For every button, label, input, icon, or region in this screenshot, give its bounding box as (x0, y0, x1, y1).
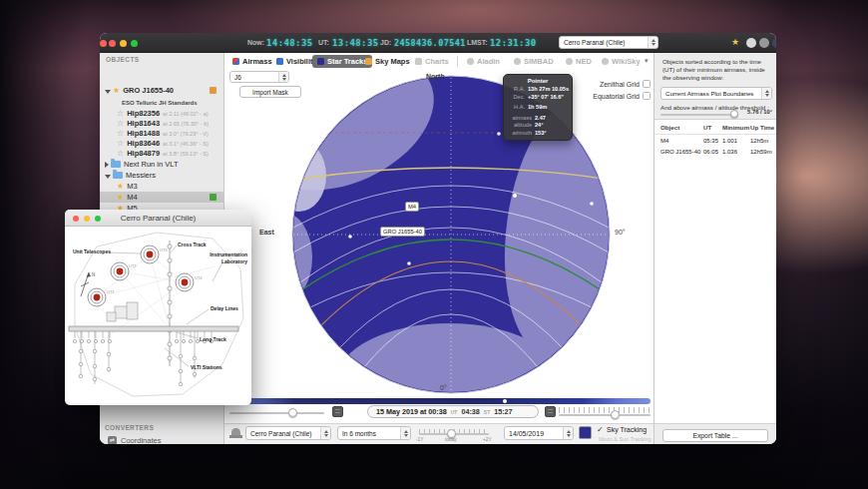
export-table-button[interactable]: Export Table ... (662, 429, 768, 442)
svg-text:UT1: UT1 (107, 289, 115, 294)
star-icon: ★ (113, 87, 120, 95)
sidebar-item-coordinates[interactable]: ⇄ Coordinates (100, 435, 224, 444)
svg-text:UT4: UT4 (195, 275, 203, 280)
mini-window-title: Cerro Paranal (Chile) (65, 214, 251, 223)
panel-description: Objects sorted according to the time (UT… (662, 58, 770, 82)
zoom-slider-ticks (559, 407, 651, 413)
date-time-pill[interactable]: 15 May 2019 at 00:38 UT 04:38 ST 15:27 (367, 405, 539, 418)
window-range-dropdown[interactable]: In 6 months (337, 426, 411, 440)
map-east-label: East (259, 229, 274, 236)
group-eso-telluric: ESO Telluric JH Standards (122, 100, 198, 106)
bottom-site-dropdown[interactable]: Cerro Paranal (Chile) (245, 426, 331, 440)
jd-label: JD: (380, 39, 391, 46)
tab-sky-maps[interactable]: Sky Maps (365, 55, 410, 68)
star-outline-icon: ☆ (117, 150, 124, 158)
star-outline-icon: ☆ (117, 130, 124, 138)
threshold-value: 5.76 / 10° (740, 109, 772, 115)
status-square-orange (210, 87, 217, 94)
threshold-slider-handle[interactable] (730, 110, 738, 118)
threshold-slider-groove[interactable] (660, 114, 738, 116)
zoom-slider-handle[interactable] (611, 410, 620, 419)
tab-divider (457, 56, 458, 67)
tab-overflow-chevron-icon[interactable]: ▾ (645, 57, 649, 65)
star-icon: ★ (117, 183, 124, 191)
step-backward-button[interactable] (332, 406, 343, 417)
favorite-star-icon[interactable]: ★ (731, 37, 739, 47)
timeline-marker[interactable] (503, 399, 507, 403)
disclosure-icon[interactable] (105, 175, 111, 179)
now-clock: 14:48:35 (266, 38, 313, 48)
long-track-label: Long Track (200, 336, 226, 342)
aladin-globe-icon (467, 58, 474, 65)
delay-lines-label: Delay Lines (211, 305, 238, 311)
night-timeline-bar[interactable] (227, 398, 651, 404)
mini-titlebar[interactable]: Cerro Paranal (Chile) (65, 210, 251, 227)
sidebar-item-hip84879[interactable]: ☆ Hip84879 at 3.8° (59.13° - S) (100, 148, 224, 159)
tab-visibility[interactable]: Visibility (276, 55, 317, 68)
moon-sun-tracking-label: Moon & Sun Tracking (599, 436, 651, 442)
sky-color-swatch[interactable] (579, 426, 592, 439)
star-outline-icon: ☆ (117, 140, 124, 148)
date-field[interactable]: 14/05/2019 (504, 426, 574, 440)
close-button-dot[interactable] (109, 40, 116, 47)
stepper-icon[interactable] (648, 37, 657, 48)
cross-track-label: Cross Track (178, 242, 207, 247)
ned-globe-icon (566, 58, 573, 65)
tab-airmass[interactable]: Airmass (232, 55, 272, 68)
sky-map-canvas[interactable] (224, 68, 653, 399)
observatory-icon (229, 428, 242, 438)
disclosure-icon[interactable] (105, 90, 111, 94)
tab-simbad: SIMBAD (514, 55, 554, 68)
sky-tracking-label: Sky Tracking (607, 426, 647, 433)
zoom-button[interactable] (131, 40, 138, 47)
stepper-icon[interactable] (320, 427, 330, 439)
pointer-title: Pointer (508, 78, 568, 84)
col-object: Object (660, 124, 679, 131)
stepper-icon[interactable] (400, 427, 410, 439)
col-uptime: Up Time (750, 124, 774, 131)
map-north-label: North (426, 73, 445, 80)
wikisky-globe-icon (602, 58, 609, 65)
weather-icon[interactable] (759, 38, 769, 48)
map-azimuth-90-label: 90° (615, 229, 626, 236)
visibility-icon (276, 58, 283, 65)
tab-star-tracks[interactable]: Star Tracks (312, 55, 372, 68)
sky-maps-icon (365, 58, 372, 65)
sidebar-item-m3[interactable]: ★ M3 (100, 181, 224, 192)
sorted-objects-panel: Objects sorted according to the time (UT… (653, 53, 776, 444)
tab-charts: Charts (415, 55, 449, 68)
objects-header: OBJECTS (106, 56, 140, 63)
lmst-label: LMST: (467, 39, 488, 46)
coordinates-converter-icon: ⇄ (108, 436, 117, 444)
sidebar-item-messiers[interactable]: Messiers (100, 170, 224, 181)
star-icon: ★ (117, 194, 124, 202)
slider-today-label: today (445, 437, 457, 442)
time-slider-handle[interactable] (288, 408, 297, 417)
close-button[interactable] (100, 40, 107, 47)
minimize-button[interactable] (120, 40, 127, 47)
stepper-icon[interactable] (563, 427, 573, 439)
moon-icon[interactable] (746, 38, 756, 48)
zoom-slider-groove[interactable] (559, 414, 651, 416)
step-forward-button[interactable] (545, 406, 556, 417)
unit-telescopes-label: Unit Telescopes (73, 248, 111, 254)
user-icon[interactable] (772, 38, 776, 48)
site-selector-value: Cerro Paranal (Chile) (564, 39, 625, 46)
boundaries-dropdown[interactable]: Current Airmass Plot Boundaries (660, 87, 772, 100)
sidebar-item-m4-selected[interactable]: ★ M4 (100, 192, 224, 203)
sidebar-item-gro[interactable]: ★ GRO J1655-40 (100, 85, 224, 96)
instrumentation-laboratory-label-1: Instrumentation (210, 251, 247, 257)
disclosure-icon[interactable] (105, 162, 109, 168)
ut-clock: 13:48:35 (332, 38, 379, 48)
status-square-green (210, 194, 217, 201)
sidebar-item-next-run[interactable]: Next Run in VLT (100, 159, 224, 170)
titlebar[interactable]: Now: 14:48:35 UT: 13:48:35 JD: 2458436.0… (100, 33, 776, 53)
map-badge-gro: GRO J1655-40 (380, 227, 425, 237)
stepper-icon[interactable] (761, 88, 771, 99)
map-badge-m4: M4 (405, 202, 419, 212)
svg-text:UT3: UT3 (160, 247, 168, 252)
site-selector-dropdown[interactable]: Cerro Paranal (Chile) (559, 36, 658, 49)
star-tracks-icon (317, 58, 324, 65)
converters-header: CONVERTERS (105, 424, 154, 431)
time-slider-groove[interactable] (229, 412, 324, 414)
